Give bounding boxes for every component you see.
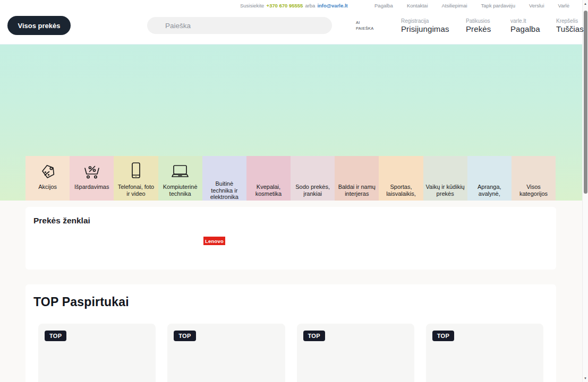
cart-small-label: Krepšelis <box>556 18 584 24</box>
category-tile-buitine[interactable]: Buitinė technika ir elektronika <box>202 156 246 201</box>
topbar-link-kontaktai[interactable]: Kontaktai <box>407 3 428 8</box>
topbar-link-tapk-pardaveju[interactable]: Tapk pardavėju <box>481 3 515 8</box>
topbar-link-atsiliepimai[interactable]: Atsiliepimai <box>442 3 467 8</box>
category-tile-sodo[interactable]: Sodo prekės, įrankiai <box>291 156 335 201</box>
top-utility-bar: Susisiekite +370 670 95555 arba info@var… <box>0 0 582 11</box>
category-label: Visos kategorijos <box>512 183 556 197</box>
favorites-small-label: Patikusios <box>466 18 491 24</box>
category-label: Kvepalai, kosmetika <box>246 183 291 197</box>
help-small-label: varle.lt <box>510 18 540 24</box>
category-label: Apranga, avalynė, <box>467 183 512 197</box>
category-label: Akcijos <box>36 183 59 190</box>
category-tile-apranga[interactable]: Apranga, avalynė, <box>467 156 512 201</box>
topbar-link-varle[interactable]: Varlė <box>558 3 569 8</box>
category-tile-sportas[interactable]: Sportas, laisvalaikis, <box>379 156 423 201</box>
page-scrollbar[interactable]: ▲ ▼ <box>582 0 588 382</box>
top-scooters-section: TOP Paspirtukai TOP TOP TOP TOP <box>25 284 556 382</box>
phone-link[interactable]: +370 670 95555 <box>266 3 303 8</box>
laptop-icon <box>168 156 192 183</box>
topbar-link-pagalba[interactable]: Pagalba <box>374 3 393 8</box>
contact-prefix: Susisiekite <box>240 3 264 8</box>
category-tile-akcijos[interactable]: Akcijos <box>25 156 70 201</box>
login-small-label: Registracija <box>401 18 449 24</box>
top-badge: TOP <box>45 331 66 341</box>
help-big-label: Pagalba <box>510 24 540 33</box>
product-card[interactable]: TOP <box>426 324 543 382</box>
category-tile-kompiuterine[interactable]: Kompiuterinė technika <box>158 156 202 201</box>
category-label: Baldai ir namų interjeras <box>335 183 379 197</box>
brands-section-title: Prekės ženklai <box>33 216 90 225</box>
contact-info: Susisiekite +370 670 95555 arba info@var… <box>240 3 348 8</box>
topbar-link-verslui[interactable]: Verslui <box>529 3 544 8</box>
category-tile-visos[interactable]: Visos kategorijos <box>512 156 556 201</box>
category-tile-ispardavimas[interactable]: Išpardavimas <box>70 156 114 201</box>
hero-banner[interactable]: Akcijos Išpardavimas <box>0 45 582 201</box>
contact-conjunction: arba <box>305 3 315 8</box>
top-scooters-title: TOP Paspirtukai <box>33 295 543 309</box>
topbar-links: Pagalba Kontaktai Atsiliepimai Tapk pard… <box>374 3 569 8</box>
all-products-button[interactable]: Visos prekės <box>7 16 71 35</box>
page: Susisiekite +370 670 95555 arba info@var… <box>0 0 582 382</box>
top-badge: TOP <box>303 331 325 341</box>
category-tile-vaiku[interactable]: Vaikų ir kūdikių prekės <box>423 156 467 201</box>
scroll-up-icon[interactable]: ▲ <box>583 2 588 5</box>
login-button[interactable]: Registracija Prisijungimas <box>401 18 449 33</box>
category-tile-kvepalai[interactable]: Kvepalai, kosmetika <box>246 156 291 201</box>
scrollbar-thumb[interactable] <box>584 11 587 194</box>
product-card-list: TOP TOP TOP TOP <box>38 324 543 382</box>
product-card[interactable]: TOP <box>167 324 285 382</box>
category-label: Sodo prekės, įrankiai <box>291 183 335 197</box>
favorites-big-label: Prekės <box>466 24 491 33</box>
ai-search-line1: AI <box>356 20 374 26</box>
product-card[interactable]: TOP <box>38 324 156 382</box>
smartphone-icon <box>126 156 146 183</box>
help-button[interactable]: varle.lt Pagalba <box>510 18 540 33</box>
cart-button[interactable]: Krepšelis Tuščias <box>556 18 584 33</box>
product-card[interactable]: TOP <box>297 324 414 382</box>
brands-section: Prekės ženklai Lenovo <box>25 207 556 270</box>
favorites-button[interactable]: Patikusios Prekės <box>466 18 491 33</box>
top-badge: TOP <box>432 331 454 341</box>
category-row: Akcijos Išpardavimas <box>25 156 556 201</box>
top-badge: TOP <box>174 331 195 341</box>
ai-search-button[interactable]: AI PAIEŠKA <box>356 20 374 32</box>
main-header: Visos prekės AI PAIEŠKA Registracija Pri… <box>0 11 582 45</box>
category-label: Telefonai, foto ir video <box>114 183 158 197</box>
category-label: Kompiuterinė technika <box>158 183 202 197</box>
cart-big-label: Tuščias <box>556 24 584 33</box>
scroll-down-icon[interactable]: ▼ <box>583 377 588 380</box>
category-label: Buitinė technika ir elektronika <box>202 179 246 201</box>
login-big-label: Prisijungimas <box>401 24 449 33</box>
email-link[interactable]: info@varle.lt <box>317 3 347 8</box>
category-tile-telefonai[interactable]: Telefonai, foto ir video <box>114 156 158 201</box>
tag-percent-icon <box>38 156 58 183</box>
category-label: Vaikų ir kūdikių prekės <box>423 183 467 197</box>
lenovo-brand-logo[interactable]: Lenovo <box>203 237 225 245</box>
search-input[interactable] <box>147 17 332 34</box>
ai-search-line2: PAIEŠKA <box>356 26 374 32</box>
category-label: Išpardavimas <box>72 183 111 190</box>
cart-percent-icon <box>81 156 103 183</box>
category-tile-baldai[interactable]: Baldai ir namų interjeras <box>335 156 379 201</box>
category-label: Sportas, laisvalaikis, <box>379 183 423 197</box>
